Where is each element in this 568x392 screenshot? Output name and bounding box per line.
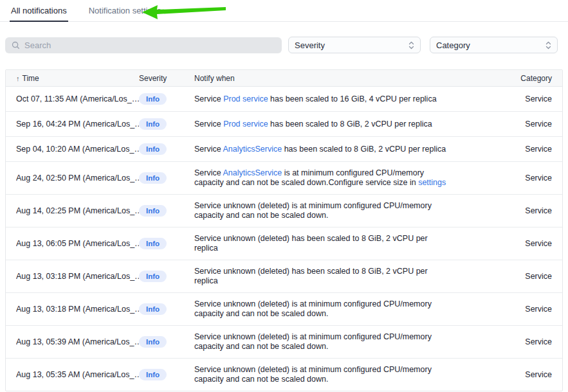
- message-text: has been scaled to 8 GiB, 2 vCPU per rep…: [282, 145, 446, 154]
- category-filter-select[interactable]: Category: [430, 37, 558, 53]
- table-row[interactable]: Aug 14, 02:25 PM (America/Los_… Info Ser…: [6, 195, 562, 227]
- table-row[interactable]: Aug 24, 02:50 PM (America/Los_… Info Ser…: [6, 162, 562, 195]
- table-row[interactable]: Oct 07, 11:35 AM (America/Los_… Info Ser…: [6, 87, 562, 112]
- row-severity: Info: [139, 336, 194, 348]
- row-category: Service: [490, 120, 552, 129]
- row-message: Service unknown (deleted) is at minimum …: [194, 299, 453, 319]
- row-severity: Info: [139, 369, 194, 380]
- column-header-notify-when: Notify when: [194, 74, 490, 83]
- message-text: has been scaled to 8 GiB, 2 vCPU per rep…: [268, 120, 432, 129]
- tab-all-notifications[interactable]: All notifications: [11, 0, 67, 21]
- row-time: Sep 04, 10:20 AM (America/Los_…: [16, 145, 139, 154]
- row-severity: Info: [139, 238, 194, 249]
- table-row[interactable]: Aug 13, 05:39 AM (America/Los_… Info Ser…: [6, 326, 562, 359]
- chevron-up-down-icon: [408, 41, 414, 49]
- row-severity: Info: [139, 271, 194, 282]
- message-text: Service unknown (deleted) has been scale…: [194, 234, 428, 253]
- severity-filter-label: Severity: [295, 40, 325, 50]
- search-box[interactable]: [5, 37, 282, 53]
- column-header-severity: Severity: [139, 74, 194, 83]
- row-message: Service unknown (deleted) is at minimum …: [194, 332, 453, 352]
- search-icon: [12, 41, 20, 49]
- notifications-table: ↑Time Severity Notify when Category Oct …: [5, 69, 563, 391]
- severity-badge: Info: [139, 143, 167, 155]
- message-text: Service unknown (deleted) is at minimum …: [194, 365, 432, 384]
- message-text: Service unknown (deleted) is at minimum …: [194, 299, 432, 318]
- severity-badge: Info: [139, 205, 167, 217]
- row-severity: Info: [139, 205, 194, 217]
- row-time: Aug 13, 03:18 PM (America/Los_…: [16, 272, 139, 281]
- row-message: Service Prod service has been scaled to …: [194, 94, 453, 104]
- message-link[interactable]: settings: [418, 178, 446, 187]
- tab-bar: All notificationsNotification settings: [0, 0, 568, 22]
- table-row[interactable]: Sep 04, 10:20 AM (America/Los_… Info Ser…: [6, 137, 562, 162]
- column-header-category: Category: [490, 74, 552, 83]
- row-message: Service unknown (deleted) is at minimum …: [194, 201, 453, 220]
- row-time: Aug 13, 06:05 PM (America/Los_…: [16, 239, 139, 248]
- message-text: Service unknown (deleted) is at minimum …: [194, 332, 432, 351]
- message-text: Service: [194, 120, 223, 129]
- row-time: Aug 13, 05:35 AM (America/Los_…: [16, 370, 139, 379]
- severity-badge: Info: [139, 238, 167, 249]
- green-arrow-annotation-icon: [140, 2, 228, 21]
- table-header: ↑Time Severity Notify when Category: [6, 70, 562, 87]
- row-category: Service: [490, 94, 552, 103]
- row-message: Service AnalyticsService is at minimum c…: [194, 168, 453, 188]
- chevron-up-down-icon: [545, 41, 551, 49]
- severity-badge: Info: [139, 303, 167, 315]
- row-category: Service: [490, 206, 552, 215]
- row-severity: Info: [139, 93, 194, 105]
- row-severity: Info: [139, 303, 194, 315]
- row-severity: Info: [139, 143, 194, 155]
- table-row[interactable]: Aug 13, 05:35 AM (America/Los_… Info Ser…: [6, 359, 562, 391]
- row-severity: Info: [139, 172, 194, 184]
- message-link[interactable]: Prod service: [223, 94, 268, 103]
- message-text: Service: [194, 94, 223, 103]
- row-category: Service: [490, 272, 552, 281]
- search-input[interactable]: [24, 40, 275, 50]
- severity-badge: Info: [139, 369, 167, 380]
- row-time: Oct 07, 11:35 AM (America/Los_…: [16, 94, 139, 103]
- row-time: Sep 16, 04:24 PM (America/Los_…: [16, 120, 139, 129]
- row-category: Service: [490, 145, 552, 154]
- severity-badge: Info: [139, 93, 167, 105]
- filter-bar: Severity Category: [5, 37, 563, 53]
- row-message: Service AnalyticsService has been scaled…: [194, 145, 453, 154]
- row-time: Aug 13, 03:18 PM (America/Los_…: [16, 305, 139, 314]
- table-row[interactable]: Aug 13, 06:05 PM (America/Los_… Info Ser…: [6, 227, 562, 260]
- severity-badge: Info: [139, 271, 167, 282]
- message-text: Service: [194, 168, 223, 177]
- table-body: Oct 07, 11:35 AM (America/Los_… Info Ser…: [6, 87, 562, 391]
- message-text: Service: [194, 145, 223, 154]
- column-header-time[interactable]: ↑Time: [16, 74, 139, 83]
- message-text: Service unknown (deleted) has been scale…: [194, 267, 428, 285]
- category-filter-label: Category: [436, 40, 470, 50]
- table-row[interactable]: Aug 13, 03:18 PM (America/Los_… Info Ser…: [6, 293, 562, 326]
- row-category: Service: [490, 370, 552, 379]
- message-link[interactable]: AnalyticsService: [223, 168, 282, 177]
- row-message: Service unknown (deleted) is at minimum …: [194, 365, 453, 384]
- message-link[interactable]: Prod service: [223, 120, 268, 129]
- message-text: Service unknown (deleted) is at minimum …: [194, 201, 432, 220]
- row-time: Aug 14, 02:25 PM (America/Los_…: [16, 206, 139, 215]
- row-category: Service: [490, 239, 552, 248]
- table-row[interactable]: Aug 13, 03:18 PM (America/Los_… Info Ser…: [6, 260, 562, 293]
- row-message: Service unknown (deleted) has been scale…: [194, 234, 453, 253]
- table-row[interactable]: Sep 16, 04:24 PM (America/Los_… Info Ser…: [6, 112, 562, 137]
- message-text: has been scaled to 16 GiB, 4 vCPU per re…: [268, 94, 437, 103]
- severity-badge: Info: [139, 336, 167, 348]
- sort-ascending-icon: ↑: [16, 75, 20, 82]
- row-time: Aug 24, 02:50 PM (America/Los_…: [16, 174, 139, 183]
- row-message: Service unknown (deleted) has been scale…: [194, 267, 453, 286]
- row-category: Service: [490, 174, 552, 183]
- tabs: All notificationsNotification settings: [0, 0, 568, 21]
- row-message: Service Prod service has been scaled to …: [194, 120, 453, 129]
- severity-filter-select[interactable]: Severity: [288, 37, 421, 53]
- severity-badge: Info: [139, 172, 167, 184]
- severity-badge: Info: [139, 118, 167, 130]
- row-category: Service: [490, 337, 552, 346]
- message-link[interactable]: AnalyticsService: [223, 145, 282, 154]
- row-category: Service: [490, 305, 552, 314]
- row-time: Aug 13, 05:39 AM (America/Los_…: [16, 337, 139, 346]
- row-severity: Info: [139, 118, 194, 130]
